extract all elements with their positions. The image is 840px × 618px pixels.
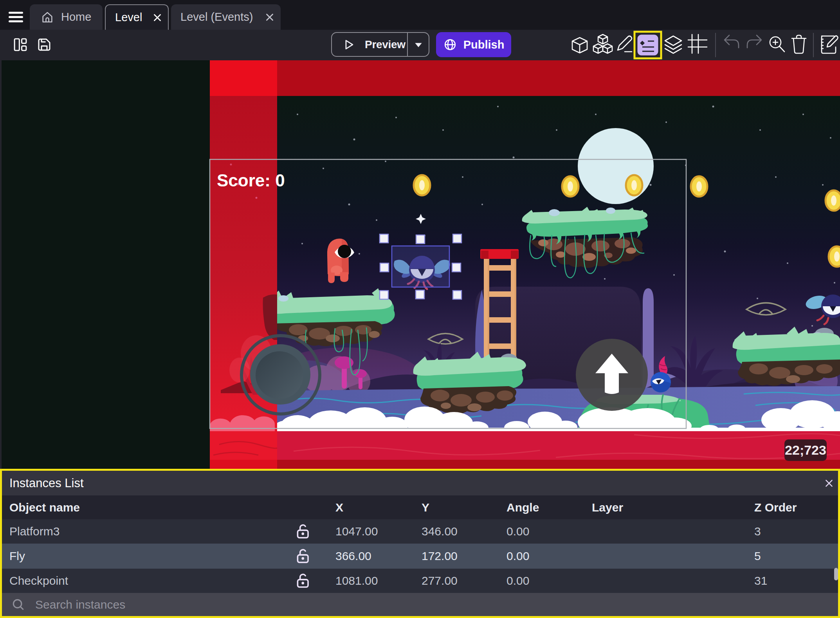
svg-text:Score: 0: Score: 0 xyxy=(217,171,285,190)
svg-text:22;723: 22;723 xyxy=(785,443,826,457)
